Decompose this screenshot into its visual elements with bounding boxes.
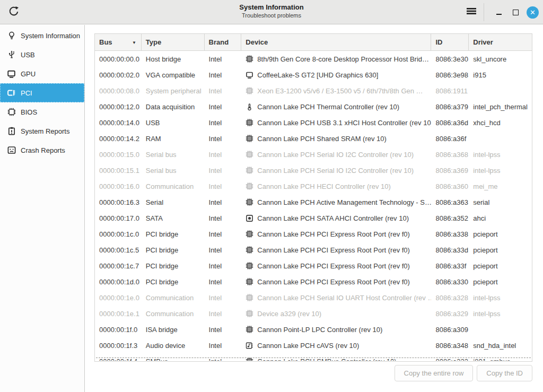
table-row[interactable]: 0000:00:12.0Data acquisitionIntelCannon … <box>95 99 532 115</box>
table-row[interactable]: 0000:00:00.0Host bridgeIntel8th/9th Gen … <box>95 51 532 67</box>
chip-icon <box>246 310 253 318</box>
device-name: Device a329 (rev 10) <box>257 310 321 318</box>
pci-device-table: Bus▼TypeBrandDeviceIDDriver 0000:00:00.0… <box>94 33 532 362</box>
type-cell: PCI bridge <box>142 278 205 286</box>
device-cell: Cannon Lake PCH HECI Controller (rev 10) <box>241 182 431 190</box>
bus-cell: 0000:00:17.0 <box>95 214 142 222</box>
id-cell: 8086:a348 <box>431 342 469 350</box>
table-row[interactable]: 0000:00:1f.0ISA bridgeIntelCannon Point-… <box>95 321 532 337</box>
table-row[interactable]: 0000:00:1c.0PCI bridgeIntelCannon Lake P… <box>95 226 532 242</box>
id-cell: 8086:a36f <box>431 135 469 143</box>
device-cell: Cannon Lake PCH Serial IO I2C Controller… <box>241 167 431 175</box>
column-header-type[interactable]: Type <box>142 34 205 50</box>
device-name: Cannon Lake PCH PCI Express Root Port (r… <box>257 246 410 254</box>
table-row[interactable]: 0000:00:15.0Serial busIntelCannon Lake P… <box>95 146 532 162</box>
table-row[interactable]: 0000:00:1e.0CommunicationIntelCannon Lak… <box>95 290 532 306</box>
maximize-button[interactable] <box>509 5 522 19</box>
lightbulb-icon <box>6 31 16 41</box>
type-cell: USB <box>142 119 205 127</box>
device-name: Cannon Lake PCH Serial IO I2C Controller… <box>257 151 414 159</box>
column-header-bus[interactable]: Bus▼ <box>95 34 142 50</box>
id-cell: 8086:a338 <box>431 230 469 238</box>
driver-cell: serial <box>469 198 532 206</box>
bus-cell: 0000:00:15.1 <box>95 167 142 175</box>
device-name: CoffeeLake-S GT2 [UHD Graphics 630] <box>257 71 378 79</box>
brand-cell: Intel <box>205 294 242 302</box>
close-button[interactable]: ✕ <box>527 6 539 19</box>
maximize-icon <box>513 10 519 15</box>
copy-id-button[interactable]: Copy the ID <box>477 365 532 381</box>
type-cell: VGA compatible <box>142 71 205 79</box>
copy-entire-row-button[interactable]: Copy the entire row <box>395 365 474 381</box>
table-row[interactable]: 0000:00:1d.0PCI bridgeIntelCannon Lake P… <box>95 274 532 290</box>
id-cell: 8086:a323 <box>431 358 469 361</box>
bus-cell: 0000:00:14.0 <box>95 119 142 127</box>
table-row[interactable]: 0000:00:1c.5PCI bridgeIntelCannon Lake P… <box>95 242 532 258</box>
sidebar-item-gpu[interactable]: GPU <box>0 64 84 83</box>
column-header-id[interactable]: ID <box>431 34 469 50</box>
table-row[interactable]: 0000:00:15.1Serial busIntelCannon Lake P… <box>95 162 532 178</box>
bus-cell: 0000:00:00.0 <box>95 55 142 63</box>
sidebar-item-label: USB <box>21 51 35 59</box>
table-row[interactable]: 0000:00:14.2RAMIntelCannon Lake PCH Shar… <box>95 130 532 146</box>
sidebar: System InformationUSBGPUPCIBIOSSystem Re… <box>0 25 85 392</box>
table-row[interactable]: 0000:00:1f.4SMBusIntelCannon Lake PCH SM… <box>95 353 532 361</box>
column-header-brand[interactable]: Brand <box>205 34 242 50</box>
table-row[interactable]: 0000:00:16.3SerialIntelCannon Lake PCH A… <box>95 194 532 210</box>
column-header-label: Device <box>246 38 268 46</box>
clipboard-alert-icon <box>6 126 16 136</box>
id-cell: 8086:3e30 <box>431 55 469 63</box>
device-name: 8th/9th Gen Core 8-core Desktop Processo… <box>257 55 429 63</box>
table-row[interactable]: 0000:00:17.0SATAIntelCannon Lake PCH SAT… <box>95 210 532 226</box>
bus-cell: 0000:00:02.0 <box>95 71 142 79</box>
table-row[interactable]: 0000:00:16.0CommunicationIntelCannon Lak… <box>95 178 532 194</box>
device-cell: Cannon Point-LP LPC Controller (rev 10) <box>241 326 431 334</box>
disk-icon <box>246 214 253 222</box>
type-cell: Data acquisition <box>142 103 205 111</box>
device-cell: Cannon Lake PCH PCI Express Root Port (r… <box>241 230 431 238</box>
sidebar-item-usb[interactable]: USB <box>0 45 84 64</box>
window-subtitle: Troubleshoot problems <box>0 12 543 19</box>
device-cell: 8th/9th Gen Core 8-core Desktop Processo… <box>241 55 431 63</box>
table-row[interactable]: 0000:00:1e.1CommunicationIntelDevice a32… <box>95 306 532 321</box>
close-icon: ✕ <box>530 9 536 16</box>
device-cell: CoffeeLake-S GT2 [UHD Graphics 630] <box>241 71 431 79</box>
sidebar-item-pci[interactable]: PCI <box>0 83 84 102</box>
column-header-label: Brand <box>209 38 229 46</box>
thermometer-icon <box>246 103 253 111</box>
hamburger-menu-button[interactable] <box>462 4 480 20</box>
device-name: Cannon Lake PCH PCI Express Root Port (r… <box>257 278 410 286</box>
type-cell: PCI bridge <box>142 262 205 270</box>
id-cell: 8086:a33f <box>431 262 469 270</box>
usb-icon <box>6 50 16 60</box>
table-row[interactable]: 0000:00:14.0USBIntelCannon Lake PCH USB … <box>95 115 532 130</box>
column-header-driver[interactable]: Driver <box>469 34 532 50</box>
table-row[interactable]: 0000:00:08.0System peripheralIntelXeon E… <box>95 83 532 99</box>
id-cell: 8086:a330 <box>431 278 469 286</box>
table-body: 0000:00:00.0Host bridgeIntel8th/9th Gen … <box>95 51 532 361</box>
type-cell: Audio device <box>142 342 205 350</box>
chip-icon <box>246 294 253 302</box>
chip-icon <box>246 358 253 361</box>
sort-descending-icon: ▼ <box>132 40 136 45</box>
sidebar-item-bios[interactable]: BIOS <box>0 102 84 121</box>
device-cell: Cannon Lake PCH PCI Express Root Port (r… <box>241 278 431 286</box>
device-name: Cannon Lake PCH PCI Express Root Port (r… <box>257 230 410 238</box>
id-cell: 8086:a379 <box>431 103 469 111</box>
table-row[interactable]: 0000:00:1c.7PCI bridgeIntelCannon Lake P… <box>95 258 532 274</box>
sidebar-item-crash-reports[interactable]: Crash Reports <box>0 141 84 160</box>
sidebar-item-system-information[interactable]: System Information <box>0 26 84 45</box>
table-row[interactable]: 0000:00:02.0VGA compatibleIntelCoffeeLak… <box>95 67 532 83</box>
bus-cell: 0000:00:1c.7 <box>95 262 142 270</box>
brand-cell: Intel <box>205 103 242 111</box>
titlebar-separator <box>484 3 484 21</box>
driver-cell: ahci <box>469 214 532 222</box>
brand-cell: Intel <box>205 214 242 222</box>
table-row[interactable]: 0000:00:1f.3Audio deviceIntelCannon Lake… <box>95 337 532 353</box>
sidebar-item-system-reports[interactable]: System Reports <box>0 121 84 141</box>
column-header-device[interactable]: Device <box>241 34 431 50</box>
minimize-button[interactable] <box>492 5 506 19</box>
id-cell: 8086:3e98 <box>431 71 469 79</box>
driver-cell: intel-lpss <box>469 294 532 302</box>
brand-cell: Intel <box>205 167 242 175</box>
